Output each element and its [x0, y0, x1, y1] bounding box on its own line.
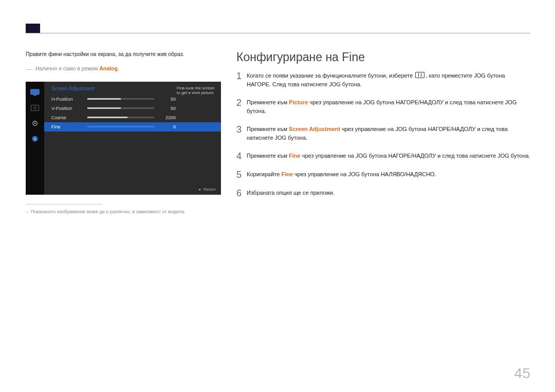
- step-text-pre: Преминете към: [247, 153, 289, 159]
- osd-slider: [87, 126, 154, 127]
- osd-return-label: Return: [198, 187, 216, 192]
- intro-text: Правите фини настройки на екрана, за да …: [26, 50, 221, 59]
- availability-mode: Analog: [99, 65, 118, 71]
- osd-value: 50: [159, 97, 176, 102]
- osd-screenshot: i Screen Adjustment H-Position 50 V-Posi…: [26, 82, 221, 195]
- settings-gear-icon: [29, 118, 41, 129]
- step-number: 2: [236, 98, 247, 107]
- availability-note: ― Налично е само в режим Analog.: [26, 64, 221, 74]
- step-body: Избраната опция ще се приложи.: [247, 189, 530, 197]
- monitor-icon: [29, 87, 41, 98]
- step-body: Коригирайте Fine чрез управление на JOG …: [247, 170, 530, 179]
- step-1: 1 Когато се появи указание за функционал…: [236, 71, 530, 89]
- osd-label: H-Position: [51, 97, 87, 102]
- step-number: 5: [236, 170, 247, 179]
- svg-point-5: [34, 122, 36, 124]
- right-column: Конфигуриране на Fine 1 Когато се появи …: [236, 50, 530, 207]
- picture-icon: [29, 102, 41, 114]
- osd-row-hposition: H-Position 50: [44, 95, 221, 104]
- step-2: 2 Преминете към Picture чрез управление …: [236, 98, 530, 116]
- osd-slider: [87, 98, 154, 100]
- menu-icon: [415, 72, 424, 78]
- step-5: 5 Коригирайте Fine чрез управление на JO…: [236, 170, 530, 179]
- highlight: Screen Adjustment: [289, 126, 340, 132]
- left-column: Правите фини настройки на екрана, за да …: [26, 50, 221, 216]
- page-number: 45: [514, 365, 530, 382]
- osd-slider: [87, 117, 154, 118]
- step-3: 3 Преминете към Screen Adjustment чрез у…: [236, 125, 530, 142]
- step-number: 1: [236, 71, 247, 81]
- svg-rect-0: [31, 89, 40, 95]
- header-rule: [26, 33, 530, 33]
- osd-description: Fine-tune the screen to get a vivid pict…: [177, 86, 217, 96]
- step-text-post: чрез управление на JOG бутона НАЛЯВО/НАД…: [293, 171, 436, 177]
- step-text-pre: Коригирайте: [247, 171, 281, 177]
- info-icon: i: [29, 133, 41, 144]
- footnote: – Показаното изображение може да е разли…: [26, 209, 221, 216]
- dash-icon: ―: [26, 65, 33, 73]
- step-4: 4 Преминете към Fine чрез управление на …: [236, 152, 530, 161]
- step-number: 4: [236, 152, 247, 161]
- osd-value: 50: [159, 106, 176, 111]
- step-text-pre: Преминете към: [247, 126, 289, 132]
- osd-row-coarse: Coarse 2200: [44, 113, 221, 122]
- step-text-pre: Когато се появи указание за функционални…: [247, 72, 414, 79]
- step-body: Преминете към Fine чрез управление на JO…: [247, 152, 530, 160]
- osd-slider-fill: [87, 98, 121, 100]
- svg-text:i: i: [34, 137, 35, 141]
- header-accent: [26, 24, 40, 33]
- footnote-rule: [26, 204, 103, 204]
- section-title: Конфигуриране на Fine: [236, 50, 530, 64]
- dash-icon: –: [26, 209, 29, 215]
- availability-prefix: Налично е само в режим: [35, 65, 99, 71]
- footnote-text: Показаното изображение може да е различн…: [31, 209, 186, 214]
- step-text-pre: Избраната опция ще се приложи.: [247, 190, 335, 196]
- highlight: Fine: [289, 153, 301, 159]
- osd-slider: [87, 107, 154, 109]
- svg-rect-1: [33, 95, 36, 96]
- step-text-pre: Преминете към: [247, 99, 289, 105]
- step-number: 6: [236, 189, 247, 198]
- osd-label: Fine: [51, 124, 87, 129]
- step-body: Преминете към Screen Adjustment чрез упр…: [247, 125, 530, 142]
- osd-row-fine: Fine 0: [44, 122, 221, 132]
- step-body: Преминете към Picture чрез управление на…: [247, 98, 530, 116]
- osd-row-vposition: V-Position 50: [44, 104, 221, 113]
- osd-slider-fill: [87, 107, 121, 109]
- step-number: 3: [236, 125, 247, 134]
- osd-value: 0: [159, 124, 176, 129]
- osd-value: 2200: [159, 115, 176, 120]
- osd-label: V-Position: [51, 106, 87, 111]
- svg-rect-2: [31, 105, 39, 111]
- osd-label: Coarse: [51, 115, 87, 120]
- step-6: 6 Избраната опция ще се приложи.: [236, 189, 530, 198]
- highlight: Picture: [289, 99, 308, 105]
- step-text-post: чрез управление на JOG бутона НАГОРЕ/НАД…: [301, 153, 530, 159]
- svg-point-3: [34, 107, 36, 109]
- step-body: Когато се появи указание за функционални…: [247, 71, 530, 89]
- osd-sidebar: i: [26, 82, 44, 195]
- osd-panel: Screen Adjustment H-Position 50 V-Positi…: [44, 82, 221, 195]
- osd-slider-fill: [87, 117, 127, 118]
- availability-suffix: .: [118, 65, 119, 71]
- highlight: Fine: [281, 171, 293, 177]
